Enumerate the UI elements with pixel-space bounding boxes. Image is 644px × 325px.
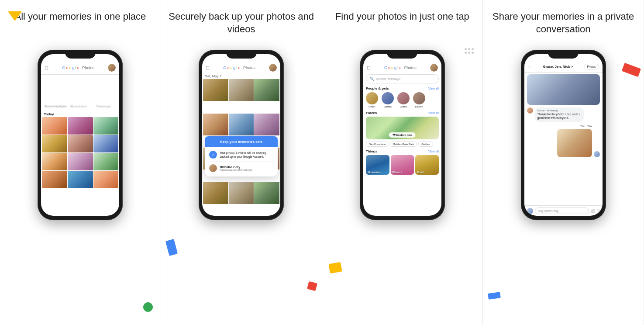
places-section-title: Places <box>366 111 377 115</box>
dialog-body: Your photos & videos will be securely ba… <box>220 151 273 159</box>
chat-message-grace: Grace · Yesterday Thanks for the photo! … <box>527 107 600 122</box>
name-james: James <box>384 105 392 108</box>
phone2-screen: ☐ Google Photos Sat, May 2 <box>202 54 280 216</box>
explore-map-button[interactable]: 🗺 Explore map <box>389 132 416 138</box>
things-view-all[interactable]: View all <box>428 150 439 153</box>
panel-share: Share your memories in a private convers… <box>483 0 644 325</box>
photo-cell-8[interactable] <box>68 153 93 170</box>
photo-cell-9[interactable] <box>93 153 119 170</box>
deco-circle-green <box>143 302 153 312</box>
p2-photo-12[interactable] <box>254 182 279 204</box>
p2-photo-4[interactable] <box>203 114 228 135</box>
thing-label-mountains: Mountains <box>368 171 381 173</box>
chat-message-you: You · Now <box>527 124 600 157</box>
photo-cell-7[interactable] <box>42 153 67 170</box>
memory-card-2years[interactable]: 2 years ago <box>94 76 119 109</box>
photo-cell-11[interactable] <box>68 171 93 188</box>
phone-4: ← Grace, Jen, Nick > Photos Grace <box>521 50 606 220</box>
conversation-title: Grace, Jen, Nick > <box>543 65 573 69</box>
dialog-divider <box>209 162 273 162</box>
photo-cell-3[interactable] <box>93 117 119 135</box>
map-icon: 🗺 <box>393 134 395 136</box>
account-email: Nicholas.a.grey@gmail.com <box>220 169 252 171</box>
p2-photo-10[interactable] <box>203 182 228 204</box>
photo-cell-10[interactable] <box>42 171 67 188</box>
memories-strip: Recent highlights Me and mom 2 years ago <box>41 75 119 111</box>
phone3-notch <box>387 50 417 59</box>
avatar-oliver <box>366 92 378 104</box>
google-photos-logo-p3: Google Photos <box>384 66 417 70</box>
heart-icon[interactable]: ♡ <box>597 209 600 213</box>
shared-photo-bottom[interactable] <box>557 129 592 157</box>
you-time: Now <box>587 124 592 127</box>
p2-photo-5[interactable] <box>229 114 254 135</box>
phone1-notch <box>65 50 96 59</box>
people-section-title: People & pets <box>366 86 389 90</box>
name-oliver: Oliver <box>368 105 375 108</box>
phone-2: ☐ Google Photos Sat, May 2 <box>199 50 284 220</box>
photo-date: Sat, May 2 <box>202 73 280 79</box>
grace-name: Grace <box>537 109 544 112</box>
photo-cell-5[interactable] <box>68 135 93 152</box>
photo-cell-1[interactable] <box>42 117 67 135</box>
name-lauren: Lauren <box>415 105 424 108</box>
deco-rect-blue-p2 <box>165 239 178 256</box>
chip-ggp[interactable]: Golden Gate Park <box>390 142 417 147</box>
thing-mountains[interactable]: Mountains <box>366 155 389 175</box>
place-chips: San Francisco Golden Gate Park Golden <box>363 140 441 148</box>
deco-rect-blue-p4 <box>488 292 501 300</box>
photo-cell-12[interactable] <box>93 171 119 188</box>
things-section-title: Things <box>366 149 377 153</box>
message-input[interactable]: Say something <box>535 207 589 214</box>
dialog-backup-row: ✓ Your photos & videos will be securely … <box>209 151 273 159</box>
photos-tab-button[interactable]: Photos <box>584 64 599 69</box>
p2-photo-6[interactable] <box>254 114 279 135</box>
person-lauren[interactable]: Lauren <box>413 92 425 108</box>
thing-food[interactable]: Food <box>415 155 439 175</box>
person-james[interactable]: James <box>382 92 394 108</box>
chip-golden[interactable]: Golden <box>418 142 433 147</box>
memory-card-highlights[interactable]: Recent highlights <box>43 76 67 109</box>
account-name: Nicholas Grey <box>220 166 252 169</box>
google-photos-logo-p1: Google Photos <box>62 66 95 70</box>
avatar-grace <box>397 92 410 104</box>
back-arrow-icon[interactable]: ← <box>528 64 532 69</box>
person-oliver[interactable]: Oliver <box>366 92 378 108</box>
chat-icon-p1: ☐ <box>45 66 48 70</box>
phone2-notch <box>226 50 257 59</box>
panel1-title: All your memories in one place <box>14 10 146 41</box>
avatar-james <box>382 92 394 104</box>
photo-cell-2[interactable] <box>68 117 93 135</box>
phone-1: ☐ Google Photos Recent highlights <box>38 50 123 220</box>
map-section[interactable]: 🗺 Explore map <box>366 117 439 139</box>
p2-photo-2[interactable] <box>229 79 254 101</box>
chat-input-bar: Say something ⬜ ♡ <box>524 205 603 216</box>
photo-cell-6[interactable] <box>93 135 119 152</box>
panel3-title: Find your photos in just one tap <box>335 10 469 41</box>
thing-label-food: Food <box>417 171 424 173</box>
photo-cell-4[interactable] <box>42 135 67 152</box>
p2-photo-11[interactable] <box>229 182 254 204</box>
p2-photo-3[interactable] <box>254 79 279 101</box>
search-bar[interactable]: 🔍 Search "birthdays" <box>366 74 439 83</box>
things-row: Mountains Flowers Food <box>363 154 441 176</box>
places-view-all[interactable]: View all <box>428 111 439 114</box>
thing-flowers[interactable]: Flowers <box>391 155 414 175</box>
p2-photo-1[interactable] <box>203 79 228 101</box>
person-grace[interactable]: Grace <box>397 92 410 108</box>
phone4-screen: ← Grace, Jen, Nick > Photos Grace <box>524 54 603 216</box>
phone3-screen: ☐ Google Photos 🔍 Search "birthdays" Peo… <box>363 54 441 216</box>
account-avatar <box>209 164 217 172</box>
thing-label-flowers: Flowers <box>393 171 403 173</box>
attach-icon[interactable]: ⬜ <box>591 209 595 213</box>
deco-rect-yellow-p3 <box>328 262 342 274</box>
people-row: Oliver James Grace Lauren <box>363 91 441 110</box>
people-view-all[interactable]: View all <box>428 87 439 90</box>
chip-sf[interactable]: San Francisco <box>366 142 389 147</box>
memory-card-mom[interactable]: Me and mom <box>69 76 93 109</box>
memory-label-2years: 2 years ago <box>96 104 110 107</box>
memory-label-mom: Me and mom <box>70 104 86 107</box>
name-grace: Grace <box>400 105 407 108</box>
shared-photo-top[interactable] <box>527 74 600 105</box>
grace-meta: Grace · Yesterday <box>537 109 581 112</box>
